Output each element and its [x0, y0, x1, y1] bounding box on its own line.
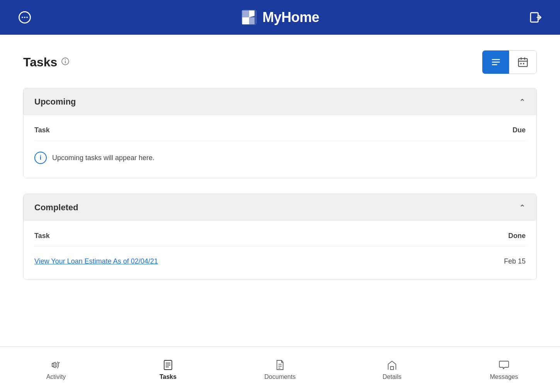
nav-item-activity[interactable]: Activity — [0, 359, 112, 380]
upcoming-info-icon: i — [34, 152, 47, 164]
app-logo: MyHome — [241, 9, 319, 26]
completed-table-header: Task Done — [34, 232, 526, 247]
svg-rect-27 — [390, 367, 394, 370]
upcoming-section-header[interactable]: Upcoming ⌃ — [24, 88, 536, 115]
completed-col-task: Task — [34, 232, 50, 240]
upcoming-col-due: Due — [487, 126, 526, 134]
completed-section-header[interactable]: Completed ⌃ — [24, 194, 536, 221]
nav-label-messages: Messages — [490, 373, 518, 380]
activity-icon — [50, 359, 62, 371]
nav-label-activity: Activity — [46, 373, 66, 380]
page-title-group: Tasks — [23, 55, 70, 69]
svg-point-2 — [24, 17, 25, 18]
nav-item-details[interactable]: Details — [336, 359, 448, 380]
svg-point-19 — [59, 362, 60, 363]
page-title-text: Tasks — [23, 55, 57, 69]
menu-button[interactable] — [15, 8, 34, 27]
bottom-nav: Activity Tasks Documents Details — [0, 346, 560, 392]
nav-label-documents: Documents — [265, 373, 296, 380]
task-link-loan-estimate[interactable]: View Your Loan Estimate As of 02/04/21 — [34, 257, 158, 265]
svg-point-3 — [26, 17, 28, 18]
svg-rect-12 — [519, 59, 528, 67]
upcoming-empty-row: i Upcoming tasks will appear here. — [34, 149, 526, 167]
svg-point-1 — [22, 17, 23, 18]
page-title-row: Tasks — [23, 50, 537, 74]
nav-item-documents[interactable]: Documents — [224, 359, 336, 380]
completed-section-body: Task Done View Your Loan Estimate As of … — [24, 221, 536, 279]
app-title: MyHome — [262, 9, 319, 25]
details-icon — [386, 359, 398, 371]
completed-col-done: Done — [487, 232, 526, 240]
upcoming-empty-message: Upcoming tasks will appear here. — [52, 154, 154, 162]
svg-rect-18 — [52, 363, 54, 367]
table-row: View Your Loan Estimate As of 02/04/21 F… — [34, 254, 526, 269]
view-toggle — [482, 50, 537, 74]
upcoming-chevron-icon: ⌃ — [519, 97, 526, 106]
logout-button[interactable] — [526, 8, 545, 27]
tasks-icon — [162, 359, 174, 371]
upcoming-section: Upcoming ⌃ Task Due i Upcoming tasks wil… — [23, 88, 537, 178]
nav-label-details: Details — [383, 373, 402, 380]
upcoming-section-body: Task Due i Upcoming tasks will appear he… — [24, 115, 536, 178]
upcoming-col-task: Task — [34, 126, 50, 134]
chase-logo-icon — [241, 9, 258, 26]
completed-section-title: Completed — [34, 203, 78, 213]
svg-rect-17 — [523, 63, 524, 64]
completed-chevron-icon: ⌃ — [519, 203, 526, 212]
upcoming-table-header: Task Due — [34, 126, 526, 141]
nav-item-messages[interactable]: Messages — [448, 359, 560, 380]
messages-icon — [498, 359, 510, 371]
svg-rect-16 — [520, 63, 521, 64]
upcoming-section-title: Upcoming — [34, 97, 76, 107]
calendar-view-button[interactable] — [509, 51, 536, 74]
svg-point-8 — [65, 59, 66, 60]
documents-icon — [274, 359, 286, 371]
app-header: MyHome — [0, 0, 560, 35]
page-info-icon[interactable] — [61, 57, 70, 68]
task-done-date: Feb 15 — [487, 257, 526, 265]
list-view-button[interactable] — [482, 51, 509, 74]
nav-label-tasks: Tasks — [160, 373, 176, 380]
main-content: Tasks — [0, 35, 560, 346]
nav-item-tasks[interactable]: Tasks — [112, 359, 224, 380]
completed-section: Completed ⌃ Task Done View Your Loan Est… — [23, 194, 537, 280]
